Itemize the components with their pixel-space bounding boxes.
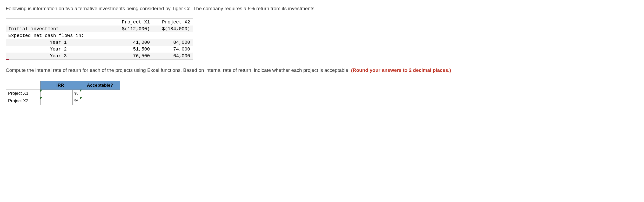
header-project-x2: Project X2 bbox=[152, 19, 193, 26]
answer-row-x2-irr-cell[interactable]: % bbox=[41, 97, 80, 105]
percent-label: % bbox=[72, 97, 80, 105]
row-year1-label: Year 1 bbox=[6, 39, 112, 46]
answer-table: IRR Acceptable? Project X1 % Project X2 bbox=[6, 81, 120, 105]
answer-row-x1-label: Project X1 bbox=[6, 90, 41, 97]
answer-header-irr: IRR bbox=[41, 81, 80, 90]
row-year3-label: Year 3 bbox=[6, 53, 112, 59]
row-year3-x2: 64,000 bbox=[152, 53, 193, 59]
header-blank bbox=[6, 19, 112, 26]
irr-input-x1[interactable] bbox=[41, 90, 72, 97]
instruction-main: Compute the internal rate of return for … bbox=[6, 67, 351, 73]
header-project-x1: Project X1 bbox=[112, 19, 152, 26]
row-year2-label: Year 2 bbox=[6, 46, 112, 53]
instruction-text: Compute the internal rate of return for … bbox=[6, 67, 638, 74]
row-expected-flows-label: Expected net cash flows in: bbox=[6, 32, 112, 39]
row-year1-x1: 41,000 bbox=[112, 39, 152, 46]
row-year3-x1: 76,500 bbox=[112, 53, 152, 59]
row-initial-investment-x2: $(184,000) bbox=[152, 26, 193, 32]
cashflow-table: Project X1 Project X2 Initial investment… bbox=[6, 18, 193, 60]
row-year2-x2: 74,000 bbox=[152, 46, 193, 53]
dropdown-indicator-icon bbox=[80, 97, 82, 99]
row-year1-x2: 84,000 bbox=[152, 39, 193, 46]
row-year2-x1: 51,500 bbox=[112, 46, 152, 53]
instruction-red: (Round your answers to 2 decimal places.… bbox=[351, 67, 451, 73]
answer-row-x2-label: Project X2 bbox=[6, 97, 41, 105]
row-expected-flows-x1 bbox=[112, 32, 152, 39]
percent-label: % bbox=[72, 90, 80, 97]
row-initial-investment-label: Initial investment bbox=[6, 26, 112, 32]
answer-row-x2-acceptable-cell[interactable] bbox=[80, 97, 120, 105]
answer-row-x1-acceptable-cell[interactable] bbox=[80, 90, 120, 97]
row-initial-investment-x1: $(112,000) bbox=[112, 26, 152, 32]
answer-header-acceptable: Acceptable? bbox=[80, 81, 120, 90]
answer-header-blank bbox=[6, 81, 41, 90]
row-expected-flows-x2 bbox=[152, 32, 193, 39]
dropdown-indicator-icon bbox=[80, 90, 82, 92]
answer-row-x1-irr-cell[interactable]: % bbox=[41, 90, 80, 97]
irr-input-x2[interactable] bbox=[41, 97, 72, 105]
intro-text: Following is information on two alternat… bbox=[6, 5, 638, 12]
